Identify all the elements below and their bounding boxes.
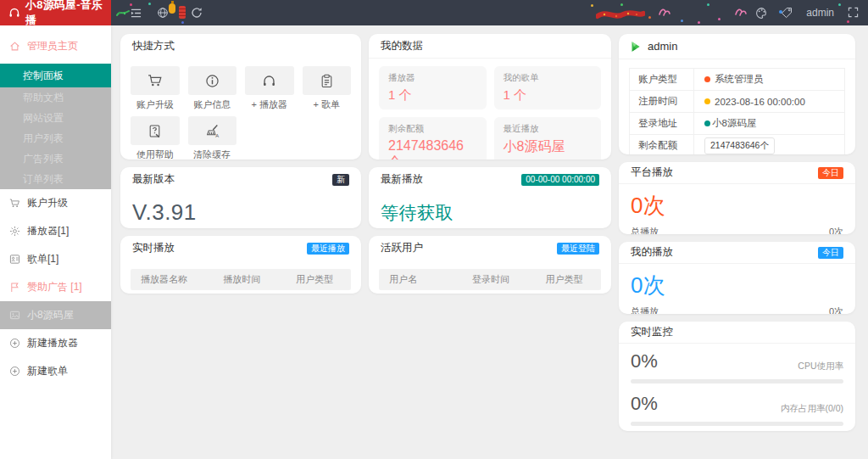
sidebar-item-label: 控制面板 <box>23 69 64 83</box>
my-play-count: 0次 <box>619 264 855 300</box>
stat-my-playlists: 我的歌单 1 个 <box>494 66 602 109</box>
stat-label: 最近播放 <box>504 123 593 135</box>
app-logo[interactable]: 小8源码屋-音乐播 <box>0 0 111 25</box>
cpu-usage-value: 0% <box>631 350 658 372</box>
sidebar-item-playlists[interactable]: 歌单[1] <box>0 245 111 273</box>
active-users-table-header: 用户名 登录时间 用户类型 <box>379 269 601 290</box>
cpu-progress-bar <box>631 379 843 383</box>
navbar-username[interactable]: admin <box>806 7 834 19</box>
card-title: 快捷方式 <box>132 39 175 53</box>
home-icon <box>9 41 20 52</box>
sidebar-item-ad-list[interactable]: 广告列表 <box>0 148 111 169</box>
garland-red-decoration <box>596 8 645 21</box>
sidebar-submenu-group: 帮助文档 网站设置 用户列表 广告列表 订单列表 <box>0 87 111 189</box>
realtime-play-card: 实时播放 最近播放 播放器名称 播放时间 用户类型 <box>120 236 361 294</box>
sidebar-item-control-panel[interactable]: 控制面板 <box>0 64 111 87</box>
sidebar-item-sponsor-ads[interactable]: 赞助广告 [1] <box>0 273 111 301</box>
info-circle-icon <box>188 66 237 95</box>
sidebar-item-new-playlist[interactable]: 新建歌单 <box>0 357 111 385</box>
flag-icon <box>9 282 20 293</box>
shortcut-clear-cache[interactable]: A 清除缓存 <box>188 116 237 160</box>
sidebar-item-label: 订单列表 <box>23 172 64 187</box>
stat-value: 小8源码屋 <box>504 138 593 156</box>
shortcut-label: 账户信息 <box>188 98 237 111</box>
account-table: 账户类型 系统管理员 注册时间 2023-08-16 00:00:00 登录地址… <box>629 68 845 154</box>
cpu-usage-label: CPU使用率 <box>798 361 843 372</box>
sidebar-item-label: 账户升级 <box>27 196 68 210</box>
confetti-dot <box>698 21 700 24</box>
gear-icon <box>9 226 20 237</box>
sidebar-item-new-player[interactable]: 新建播放器 <box>0 329 111 357</box>
account-card: admin 账户类型 系统管理员 注册时间 2023-08-16 00:00:0… <box>619 34 855 154</box>
memory-usage-label: 内存占用率(0/0) <box>781 403 843 415</box>
ribbon-decoration <box>735 7 747 18</box>
shortcut-account-info[interactable]: 账户信息 <box>188 66 237 111</box>
card-title: 我的播放 <box>631 245 673 260</box>
card-title: 最新版本 <box>132 172 175 187</box>
card-title: 实时播放 <box>132 241 175 255</box>
sidebar-item-order-list[interactable]: 订单列表 <box>0 169 111 189</box>
confetti-dot <box>181 21 184 24</box>
shortcut-usage-help[interactable]: 使用帮助 <box>131 116 180 160</box>
ribbon-decoration <box>659 7 670 18</box>
today-badge: 今日 <box>818 247 843 259</box>
stat-value: 2147483646 个 <box>388 138 477 160</box>
row-label: 注册时间 <box>630 91 694 112</box>
shortcut-label: 清除缓存 <box>188 148 237 160</box>
sidebar-item-admin-home[interactable]: 管理员主页 <box>0 32 111 60</box>
shortcut-add-player[interactable]: + 播放器 <box>245 66 294 111</box>
cart-icon <box>9 198 20 209</box>
table-row: 剩余配额 2147483646个 <box>630 135 844 154</box>
sidebar-item-help-docs[interactable]: 帮助文档 <box>0 87 111 108</box>
cpu-monitor: 0% CPU使用率 <box>619 344 855 386</box>
row-label: 登录地址 <box>630 113 694 134</box>
shortcut-label: 账户升级 <box>131 98 180 111</box>
refresh-icon[interactable] <box>191 7 203 19</box>
shortcut-label: 使用帮助 <box>131 148 180 160</box>
sidebar-item-user-list[interactable]: 用户列表 <box>0 128 111 148</box>
active-users-card: 活跃用户 最近登陆 用户名 登录时间 用户类型 <box>369 236 611 294</box>
account-username: admin <box>648 40 677 53</box>
shortcut-account-upgrade[interactable]: 账户升级 <box>131 66 180 111</box>
memory-monitor: 0% 内存占用率(0/0) <box>619 386 855 428</box>
stat-value: 1 个 <box>504 87 593 104</box>
column-header: 播放器名称 <box>131 273 223 286</box>
quota-box: 2147483646个 <box>704 137 775 154</box>
new-badge: 新 <box>332 174 349 186</box>
tag-icon[interactable] <box>781 7 793 19</box>
confetti-dot <box>681 20 683 22</box>
help-doc-icon <box>131 116 180 145</box>
globe-icon[interactable] <box>157 7 169 19</box>
column-header: 用户名 <box>379 273 472 286</box>
sidebar-item-site-settings[interactable]: 网站设置 <box>0 108 111 128</box>
memory-progress-bar <box>631 422 843 426</box>
table-row: 账户类型 系统管理员 <box>630 69 844 91</box>
sidebar-item-label: 广告列表 <box>23 152 64 166</box>
shortcut-add-playlist[interactable]: + 歌单 <box>303 66 352 111</box>
card-title: 最新播放 <box>381 172 423 187</box>
app-title: 小8源码屋-音乐播 <box>25 0 111 28</box>
stat-label: 我的歌单 <box>504 72 593 84</box>
sidebar-item-players[interactable]: 播放器[1] <box>0 217 111 245</box>
column-header: 用户类型 <box>545 273 601 286</box>
total-play-label: 总播放 <box>631 226 659 234</box>
sidebar-item-xiao8-banner[interactable]: 小8源码屋 <box>0 301 111 329</box>
row-value: 系统管理员 <box>715 73 764 86</box>
sidebar-item-label: 新建播放器 <box>27 336 78 350</box>
main-content: 快捷方式 账户升级 账户信息 + 播放器 + 歌单 <box>111 25 868 459</box>
column-header: 播放时间 <box>223 273 296 286</box>
theme-palette-icon[interactable] <box>755 7 767 19</box>
sidebar-item-account-upgrade[interactable]: 账户升级 <box>0 189 111 217</box>
clipboard-icon <box>303 66 352 95</box>
sidebar-item-label: 小8源码屋 <box>27 308 74 322</box>
confetti-dot <box>707 3 709 6</box>
monitor-card: 实时监控 0% CPU使用率 0% 内存占用率(0/0) <box>619 322 855 431</box>
fullscreen-icon[interactable] <box>848 7 860 19</box>
firecracker-decoration <box>179 6 186 19</box>
menu-icon[interactable] <box>130 8 142 20</box>
row-label: 账户类型 <box>630 69 694 90</box>
cart-icon <box>131 66 180 95</box>
sidebar-item-label: 赞助广告 [1] <box>27 280 82 294</box>
card-title: 平台播放 <box>631 165 673 180</box>
row-value: 2023-08-16 00:00:00 <box>715 97 805 107</box>
